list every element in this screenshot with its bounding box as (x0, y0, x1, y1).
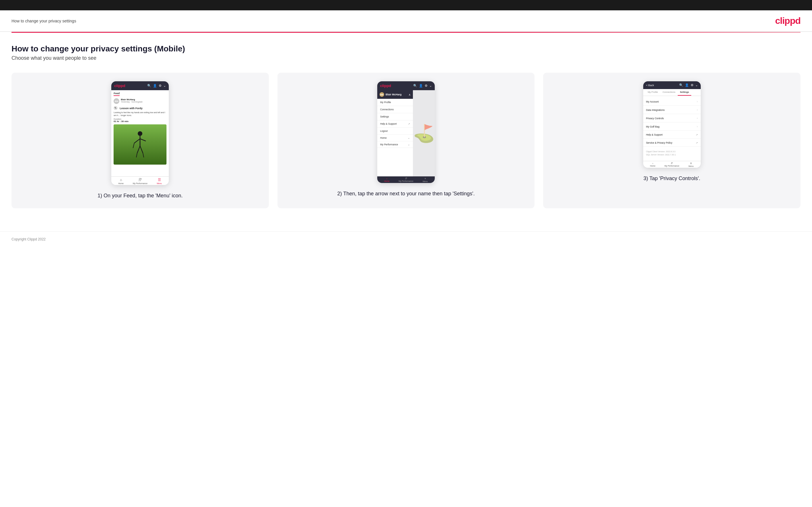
chevron-down-icon-2: ⌄ (429, 84, 432, 88)
lesson-text: Looking to feel like my hands are exitin… (113, 111, 166, 117)
settings-item-data: Data Integrations › (643, 106, 701, 114)
menu-item-logout: Logout (377, 127, 413, 135)
back-button: < Back (646, 84, 654, 87)
profile-icon-3: 👤 (685, 83, 689, 87)
settings-icon-2: ⚙ (425, 84, 427, 88)
top-bar (0, 0, 812, 10)
step-1-card: clippd 🔍 👤 ⚙ ⌄ Feed BM Blair McHarg (11, 73, 269, 208)
chevron-privacy: › (697, 117, 698, 120)
menu-icon-3: ☰ (690, 162, 692, 165)
phone-icons-2: 🔍 👤 ⚙ ⌄ (413, 84, 432, 88)
search-icon-3: 🔍 (679, 83, 683, 87)
phone-logo-2: clippd (380, 83, 391, 88)
external-icon-help: ↗ (408, 123, 410, 125)
svg-line-8 (143, 153, 144, 157)
golf-image (113, 124, 166, 165)
search-icon-2: 🔍 (413, 84, 417, 88)
screen3-back-bar: < Back 🔍 👤 ⚙ ⌄ (643, 81, 701, 89)
phone-icons-1: 🔍 👤 ⚙ ⌄ (147, 84, 166, 88)
nav2-close: ✕ Menu (415, 177, 435, 182)
screen2-body: BM Blair McHarg ∧ My Profile Connections (377, 90, 435, 176)
home-icon-2: ⌂ (386, 177, 387, 179)
feed-tab: Feed (113, 92, 119, 96)
menu-item-profile: My Profile (377, 99, 413, 106)
chevron-down-icon: ⌄ (163, 84, 166, 88)
screen2-bg: ⛳ (413, 90, 435, 176)
perf-dropdown-chevron: ⌄ (408, 143, 410, 146)
tab-my-profile: My Profile (646, 89, 660, 96)
svg-line-4 (140, 139, 146, 141)
duration-label: Duration 01 hr : 30 min (113, 118, 166, 123)
lesson-title: Lesson with Fordy (119, 107, 143, 110)
chevron-data: › (697, 108, 698, 111)
performance-icon-2: ⛈ (405, 177, 407, 179)
settings-list: My Account › Data Integrations › Privacy… (643, 96, 701, 161)
duration-value: 01 hr : 30 min (113, 120, 129, 123)
nav2-home: ⌂ Home (377, 177, 397, 182)
nav-performance: ⛈ My Performance (131, 178, 150, 184)
screen1-body: Feed BM Blair McHarg Yesterday · Sunning… (111, 90, 169, 176)
menu-item-connections: Connections (377, 106, 413, 113)
settings-item-privacy: Privacy Controls › (643, 114, 701, 122)
screen3-tabs: My Profile Connections Settings (643, 89, 701, 96)
chevron-down-icon-3: ⌄ (695, 83, 698, 87)
phone-mockup-1: clippd 🔍 👤 ⚙ ⌄ Feed BM Blair McHarg (111, 81, 169, 185)
close-icon: ✕ (424, 177, 426, 180)
step-2-card: clippd 🔍 👤 ⚙ ⌄ BM (277, 73, 535, 208)
phone-header-1: clippd 🔍 👤 ⚙ ⌄ (111, 81, 169, 90)
nav3-performance: ⛈ My Performance (662, 162, 681, 167)
settings-item-golf-bag: My Golf Bag › (643, 123, 701, 131)
step-1-caption: 1) On your Feed, tap the 'Menu' icon. (98, 192, 183, 200)
svg-line-3 (132, 143, 136, 148)
chevron-golf-bag: › (697, 125, 698, 128)
svg-line-2 (134, 139, 140, 143)
user-avatar: BM (379, 92, 384, 97)
external-icon-service: ↗ (696, 142, 698, 144)
settings-item-help: Help & Support ↗ (643, 131, 701, 139)
phone-mockup-3: < Back 🔍 👤 ⚙ ⌄ My Profile Connections Se… (643, 81, 701, 168)
settings-item-service: Service & Privacy Policy ↗ (643, 139, 701, 147)
step-3-card: < Back 🔍 👤 ⚙ ⌄ My Profile Connections Se… (543, 73, 801, 208)
settings-icon-3: ⚙ (691, 83, 694, 87)
menu-section-performance: My Performance ⌄ (377, 141, 413, 148)
phone-nav-1: ⌂ Home ⛈ My Performance ☰ Menu (111, 176, 169, 185)
version-line1: Clippd Client Version: 2022.8.3-3 (646, 150, 698, 153)
home-dropdown-chevron: ⌄ (408, 136, 410, 139)
menu-section-home: Home ⌄ (377, 135, 413, 141)
menu-user-row: BM Blair McHarg ∧ (377, 90, 413, 99)
svg-line-7 (136, 153, 137, 157)
header-title: How to change your privacy settings (11, 19, 76, 23)
page-subheading: Choose what you want people to see (11, 55, 801, 61)
home-icon: ⌂ (120, 178, 122, 182)
nav-menu: ☰ Menu (150, 178, 169, 184)
page-heading: How to change your privacy settings (Mob… (11, 44, 801, 53)
step-3-caption: 3) Tap 'Privacy Controls'. (644, 175, 701, 182)
phone-mockup-2: clippd 🔍 👤 ⚙ ⌄ BM (377, 81, 435, 183)
nav-home: ⌂ Home (111, 178, 131, 184)
golfer-svg (130, 130, 150, 159)
nav2-performance: ⛈ My Performance (397, 177, 416, 182)
version-line2: GQL Server Version: 2022.7.30-1 (646, 153, 698, 156)
performance-icon: ⛈ (138, 178, 142, 182)
tab-connections: Connections (660, 89, 677, 96)
screen2-nav: ⌂ Home ⛈ My Performance ✕ Menu (377, 176, 435, 183)
phone-logo-1: clippd (114, 83, 125, 88)
step-2-caption: 2) Then, tap the arrow next to your name… (337, 190, 475, 198)
version-info: Clippd Client Version: 2022.8.3-3 GQL Se… (643, 147, 701, 159)
menu-item-settings: Settings (377, 113, 413, 120)
expand-chevron: ∧ (409, 93, 411, 96)
phone-header-2: clippd 🔍 👤 ⚙ ⌄ (377, 81, 435, 90)
page-header: How to change your privacy settings clip… (0, 10, 812, 32)
copyright: Copyright Clippd 2022 (11, 237, 46, 241)
svg-line-5 (137, 146, 140, 153)
bg-golfer-icon: ⛳ (413, 123, 435, 144)
phone-nav-3: ⌂ Home ⛈ My Performance ☰ Menu (643, 161, 701, 168)
feed-post: BM Blair McHarg Yesterday · Sunningdale (113, 98, 166, 104)
performance-icon-3: ⛈ (671, 162, 673, 164)
feed-avatar: BM (113, 98, 119, 104)
steps-container: clippd 🔍 👤 ⚙ ⌄ Feed BM Blair McHarg (11, 73, 801, 208)
search-icon: 🔍 (147, 84, 151, 88)
menu-user-name: BM Blair McHarg (379, 92, 402, 97)
feed-meta: Yesterday · Sunningdale (121, 101, 166, 103)
logo: clippd (775, 15, 801, 26)
